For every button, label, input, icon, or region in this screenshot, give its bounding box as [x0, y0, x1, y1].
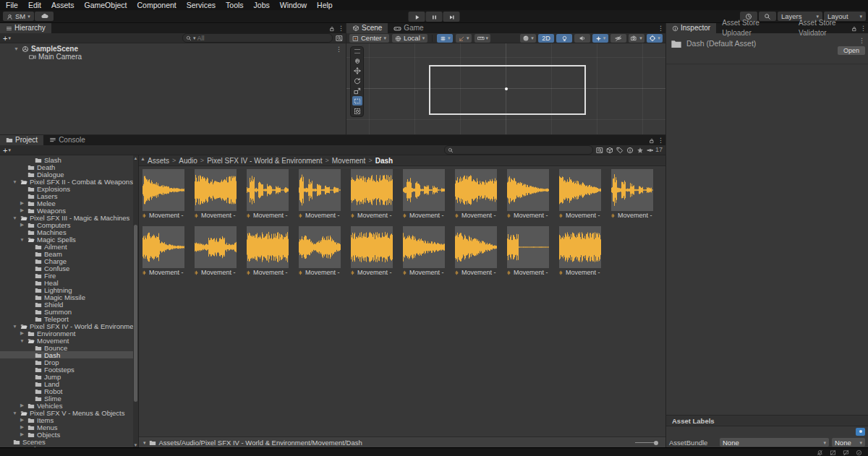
gizmos-dropdown[interactable]: ▾: [647, 34, 663, 43]
search-window-icon[interactable]: [336, 34, 343, 42]
folder-explosions[interactable]: Explosions: [0, 185, 133, 192]
breadcrumb-assets[interactable]: Assets: [148, 157, 169, 165]
expander-icon[interactable]: ▶: [19, 222, 25, 228]
folder-confuse[interactable]: Confuse: [0, 264, 133, 272]
folder-shield[interactable]: Shield: [0, 301, 133, 308]
expander-icon[interactable]: ▼: [12, 215, 18, 220]
folder-pixel-sfx-ii-combat-weapons[interactable]: ▼Pixel SFX II - Combat & Weapons: [0, 178, 133, 185]
shading-mode-dropdown[interactable]: ▾: [520, 34, 536, 43]
collapse-icon[interactable]: ▲: [140, 156, 145, 161]
expander-icon[interactable]: ▼: [12, 324, 18, 329]
folder-summon[interactable]: Summon: [0, 308, 133, 315]
step-button[interactable]: [443, 12, 460, 22]
asset-tile-movement-dash-8[interactable]: Movement - Dash...: [507, 169, 549, 220]
expander-icon[interactable]: ▼: [19, 237, 25, 242]
scene-canvas[interactable]: [346, 43, 665, 134]
camera-center-handle[interactable]: [505, 87, 508, 90]
folder-beam[interactable]: Beam: [0, 250, 133, 257]
create-add-button[interactable]: +▾: [3, 34, 11, 43]
panel-menu-icon[interactable]: ⋮: [658, 25, 664, 32]
menu-file[interactable]: File: [1, 0, 23, 10]
expander-icon[interactable]: ▶: [19, 200, 25, 206]
folder-land[interactable]: Land: [0, 380, 133, 387]
folder-slash[interactable]: Slash: [0, 156, 133, 163]
folder-pixel-sfx-v-menus-objects[interactable]: ▼Pixel SFX V - Menus & Objects: [0, 409, 133, 416]
messages-muted-icon[interactable]: [830, 446, 836, 456]
asset-tile-movement-dash-14[interactable]: Movement - Dash...: [299, 226, 341, 277]
label-picker-icon[interactable]: [856, 428, 865, 436]
expander-icon[interactable]: ▼: [12, 410, 18, 416]
panel-menu-icon[interactable]: ⋮: [658, 137, 664, 144]
hierarchy-search-input[interactable]: ▾: [182, 33, 333, 43]
2d-toggle[interactable]: 2D: [538, 34, 554, 43]
scrollbar-thumb[interactable]: [134, 225, 137, 402]
folder-charge[interactable]: Charge: [0, 257, 133, 264]
search-window-icon[interactable]: [596, 146, 603, 154]
folder-heal[interactable]: Heal: [0, 279, 133, 286]
folder-lasers[interactable]: Lasers: [0, 192, 133, 199]
expander-icon[interactable]: ▶: [19, 207, 25, 213]
menu-gameobject[interactable]: GameObject: [80, 0, 132, 10]
tab-project[interactable]: Project: [0, 135, 43, 145]
menu-assets[interactable]: Assets: [46, 0, 80, 10]
scroll-up-icon[interactable]: ▲: [133, 156, 138, 160]
folder-jump[interactable]: Jump: [0, 373, 133, 380]
favorites-star-icon[interactable]: [637, 146, 644, 154]
asset-tile-movement-dash-4[interactable]: Movement - Dash...: [299, 169, 341, 220]
tab-hierarchy[interactable]: Hierarchy: [0, 23, 51, 33]
folder-items[interactable]: ▶Items: [0, 416, 133, 423]
notifications-muted-icon[interactable]: [817, 446, 823, 456]
hidden-count-toggle[interactable]: 17: [647, 146, 663, 154]
camera-settings-dropdown[interactable]: ▾: [629, 34, 644, 43]
open-button[interactable]: Open: [838, 46, 865, 55]
folder-lightning[interactable]: Lightning: [0, 286, 133, 293]
menu-window[interactable]: Window: [275, 0, 312, 10]
folder-robot[interactable]: Robot: [0, 387, 133, 395]
folder-fire[interactable]: Fire: [0, 272, 133, 279]
tab-console[interactable]: Console: [43, 135, 91, 145]
folder-environment[interactable]: ▶Environment: [0, 330, 133, 337]
folder-menus[interactable]: ▶Menus: [0, 423, 133, 431]
asset-tile-movement-dash-11[interactable]: Movement - Dash...: [142, 226, 184, 277]
menu-tools[interactable]: Tools: [221, 0, 249, 10]
lock-icon[interactable]: [649, 137, 655, 145]
scene-visibility-toggle[interactable]: [610, 34, 626, 43]
alerts-muted-icon[interactable]: [843, 446, 849, 456]
account-button[interactable]: SM ▾: [3, 12, 34, 21]
lock-icon[interactable]: [329, 25, 335, 33]
folder-pixel-sfx-iii-magic-machines[interactable]: ▼Pixel SFX III - Magic & Machines: [0, 214, 133, 221]
folder-magic-missile[interactable]: Magic Missile: [0, 293, 133, 301]
folder-movement[interactable]: ▼Movement: [0, 337, 133, 344]
asset-tile-movement-dash-15[interactable]: Movement - Dash...: [351, 226, 393, 277]
breadcrumb-dash[interactable]: Dash: [375, 157, 393, 165]
panel-menu-icon[interactable]: ⋮: [338, 25, 344, 32]
folder-dash[interactable]: Dash: [0, 351, 133, 358]
tab-asset-store-uploader[interactable]: Asset Store Uploader: [716, 23, 793, 33]
expander-icon[interactable]: ▶: [19, 403, 25, 408]
progress-idle-icon[interactable]: [856, 446, 862, 456]
expander-icon[interactable]: ▶: [19, 424, 25, 430]
asset-tile-movement-dash-2[interactable]: Movement - Dash...: [195, 169, 237, 220]
pause-button[interactable]: [426, 12, 443, 22]
camera-snap-dropdown[interactable]: ▾: [475, 34, 490, 43]
scene-row-samplescene[interactable]: ▼ SampleScene ⋮: [0, 45, 346, 53]
folder-slime[interactable]: Slime: [0, 395, 133, 402]
folder-drop[interactable]: Drop: [0, 358, 133, 366]
tab-scene[interactable]: Scene: [346, 23, 388, 33]
folder-magic-spells[interactable]: ▼Magic Spells: [0, 236, 133, 243]
folder-ailment[interactable]: Ailment: [0, 243, 133, 250]
asset-tile-movement-dash-18[interactable]: Movement - Dash...: [507, 226, 549, 277]
gameobject-row-main-camera[interactable]: Main Camera: [0, 53, 346, 61]
menu-jobs[interactable]: Jobs: [249, 0, 275, 10]
info-icon[interactable]: [626, 146, 634, 154]
tab-inspector[interactable]: Inspector: [666, 23, 716, 33]
asset-tile-movement-dash-3[interactable]: Movement - Dash...: [247, 169, 289, 220]
folder-computers[interactable]: ▶Computers: [0, 221, 133, 228]
transform-tool[interactable]: [352, 106, 362, 116]
lock-icon[interactable]: [851, 25, 857, 33]
breadcrumb-pixel-sfx-iv-world-environment[interactable]: Pixel SFX IV - World & Environment: [207, 157, 322, 165]
expander-icon[interactable]: ▼: [13, 46, 20, 51]
menu-services[interactable]: Services: [182, 0, 221, 10]
folder-death[interactable]: Death: [0, 163, 133, 171]
play-button[interactable]: [409, 12, 425, 22]
